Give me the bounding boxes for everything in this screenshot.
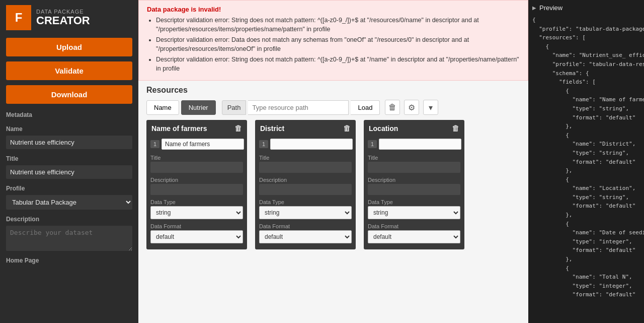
chevron-down-icon[interactable]: ▾ [423, 100, 438, 115]
load-button[interactable]: Load [351, 100, 380, 115]
code-line: "type": "integer", [532, 282, 640, 291]
code-line: "schema": { [532, 69, 640, 78]
validate-button[interactable]: Validate [6, 61, 132, 80]
title-label: Title [364, 152, 464, 162]
row-value-input[interactable] [379, 139, 461, 150]
code-line: "name": "Date of seeding [532, 228, 640, 237]
resource-tabs: Name Nutrier Path Load 🗑 ⚙ ▾ [146, 100, 520, 115]
preview-header: ▶ Preview [532, 4, 640, 12]
profile-select[interactable]: Tabular Data Package [6, 195, 132, 210]
description-textarea[interactable] [6, 226, 132, 251]
error-item: Descriptor validation error: Data does n… [156, 36, 520, 53]
field-row-input: 1 [364, 137, 464, 152]
delete-field-icon[interactable]: 🗑 [452, 124, 459, 133]
code-line: "format": "default" [532, 290, 640, 299]
tab-name[interactable]: Name [146, 100, 179, 115]
main-content: Data package is invalid! Descriptor vali… [138, 0, 528, 323]
field-card: Name of farmers 🗑 1 Title Description Da… [146, 120, 247, 249]
data-format-label: Data Format [255, 220, 356, 230]
code-line: "type": "integer", [532, 237, 640, 246]
data-format-label: Data Format [146, 220, 247, 230]
description-value [259, 184, 352, 195]
delete-resource-icon[interactable]: 🗑 [385, 100, 400, 115]
code-line: "name": "District", [532, 140, 640, 149]
code-line: "name": "Nutrient_use_ efficien [532, 51, 640, 60]
code-line: }, [532, 122, 640, 131]
code-line: { [532, 16, 640, 25]
field-card-header: Location 🗑 [364, 120, 464, 137]
code-line: "resources": [ [532, 33, 640, 42]
code-line: "name": "Total N", [532, 273, 640, 282]
code-line: "profile": "tabular-data-package", [532, 25, 640, 34]
app-logo: F [6, 5, 31, 30]
sidebar: F DATA PACKAGE CREATOR Upload Validate D… [0, 0, 138, 323]
field-row-input: 1 [255, 137, 356, 152]
error-item: Descriptor validation error: String does… [156, 16, 520, 34]
code-line: "type": "string", [532, 193, 640, 202]
description-value [368, 184, 460, 195]
title-label: Title [255, 152, 356, 162]
code-line: "name": "Name of farmers [532, 95, 640, 104]
field-card-header: Name of farmers 🗑 [146, 120, 247, 137]
resources-area: Resources Name Nutrier Path Load 🗑 ⚙ ▾ N… [138, 81, 528, 323]
field-card-header: District 🗑 [255, 120, 356, 137]
app-title-block: DATA PACKAGE CREATOR [36, 9, 90, 27]
code-line: "format": "default" [532, 113, 640, 122]
code-line: "format": "default" [532, 158, 640, 167]
error-banner: Data package is invalid! Descriptor vali… [138, 0, 528, 81]
code-line: { [532, 87, 640, 96]
preview-code: { "profile": "tabular-data-package", "re… [532, 16, 640, 299]
sidebar-header: F DATA PACKAGE CREATOR [0, 0, 138, 35]
delete-field-icon[interactable]: 🗑 [234, 124, 242, 133]
code-line: "name": "Location", [532, 184, 640, 193]
error-item: Descriptor validation error: String does… [156, 55, 520, 73]
code-line: "format": "default" [532, 202, 640, 211]
code-line: { [532, 131, 640, 140]
code-line: }, [532, 255, 640, 264]
row-number: 1 [150, 140, 159, 148]
title-value [259, 162, 352, 173]
error-title: Data package is invalid! [147, 6, 520, 13]
upload-button[interactable]: Upload [6, 38, 132, 56]
row-value-input[interactable] [270, 139, 353, 150]
data-type-select[interactable]: string [150, 206, 243, 219]
code-line: }, [532, 166, 640, 175]
resource-toolbar-icons: 🗑 ⚙ ▾ [385, 100, 438, 115]
data-format-label: Data Format [364, 220, 464, 230]
field-card: Location 🗑 1 Title Description Data Type… [364, 120, 464, 249]
preview-panel: ▶ Preview { "profile": "tabular-data-pac… [528, 0, 644, 323]
title-input[interactable] [6, 165, 132, 179]
delete-field-icon[interactable]: 🗑 [343, 124, 351, 133]
code-line: "format": "default" [532, 246, 640, 255]
profile-label: Profile [0, 180, 138, 194]
data-format-select[interactable]: default [368, 230, 460, 243]
data-type-label: Data Type [146, 196, 247, 206]
tab-nutrier[interactable]: Nutrier [181, 100, 216, 115]
name-label: Name [0, 120, 138, 135]
field-name-label: District [260, 124, 284, 133]
title-value [368, 162, 460, 173]
name-input[interactable] [6, 136, 132, 149]
preview-title: Preview [539, 4, 562, 12]
download-button[interactable]: Download [6, 85, 132, 104]
code-line: "profile": "tabular-data-resou [532, 60, 640, 69]
description-value [150, 184, 243, 195]
code-line: { [532, 42, 640, 51]
row-value-input[interactable] [162, 139, 244, 150]
data-format-select[interactable]: default [259, 230, 352, 243]
data-format-select[interactable]: default [150, 230, 243, 243]
code-line: "type": "string", [532, 149, 640, 158]
data-type-select[interactable]: string [368, 206, 460, 219]
data-type-select[interactable]: string [259, 206, 352, 219]
field-row-input: 1 [146, 137, 247, 152]
description-label: Description [146, 174, 247, 184]
code-line: { [532, 175, 640, 184]
description-label: Description [0, 211, 138, 225]
code-line: "fields": [ [532, 78, 640, 87]
preview-chevron-icon: ▶ [532, 5, 536, 11]
settings-icon[interactable]: ⚙ [404, 100, 419, 115]
data-type-label: Data Type [255, 196, 356, 206]
row-number: 1 [368, 140, 377, 148]
path-input[interactable] [248, 100, 349, 115]
description-label: Description [255, 174, 356, 184]
